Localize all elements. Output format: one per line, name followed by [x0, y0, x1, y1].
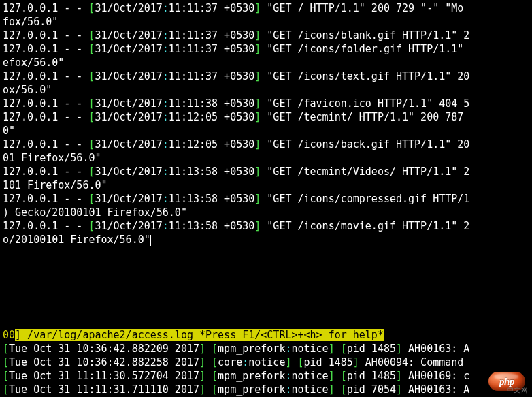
error-message: AH00094: Command [365, 356, 470, 368]
bracket-close: ] [396, 383, 408, 396]
access-time: 11:12:05 +0530 [169, 111, 254, 123]
error-module: mpm_prefork [218, 343, 285, 355]
multitail-status-bar: 00] /var/log/apache2/access.log *Press F… [3, 329, 384, 341]
bracket-close: ] [353, 356, 365, 368]
bracket-open: [ [341, 383, 347, 396]
access-date: 31/Oct/2017 [95, 43, 162, 55]
access-request: "GET /tecmint/ HTTP/1.1" 200 787 [261, 111, 463, 123]
access-wrap: ox/56.0" [3, 84, 52, 96]
bracket-open: [ [341, 370, 347, 382]
error-message: AH00163: A [408, 383, 469, 396]
bracket-close: ] [254, 111, 261, 123]
access-date: 31/Oct/2017 [95, 193, 162, 205]
access-wrap: efox/56.0" [3, 57, 64, 69]
access-date: 31/Oct/2017 [95, 220, 162, 232]
colon-sep: : [163, 70, 169, 82]
colon-sep: : [163, 138, 169, 150]
error-level: notice [291, 370, 328, 382]
access-request: "GET /icons/movie.gif HTTP/1.1" 2 [261, 220, 469, 232]
bracket-close: ] [329, 383, 341, 396]
bracket-open: [ [212, 356, 218, 368]
bracket-open: [ [3, 383, 9, 396]
error-message: AH00163: A [408, 343, 469, 355]
status-hint: *Press F1/<CTRL>+<h> for help* [199, 329, 384, 341]
colon-sep: : [163, 111, 169, 123]
colon-sep: : [242, 356, 248, 368]
error-module: mpm_prefork [218, 383, 285, 396]
error-pid: pid 1485 [304, 356, 353, 368]
status-index: 00 [3, 329, 15, 341]
access-date: 31/Oct/2017 [95, 70, 162, 82]
access-request: "GET /icons/blank.gif HTTP/1.1" 2 [261, 29, 469, 42]
access-date: 31/Oct/2017 [95, 29, 162, 42]
error-level: notice [248, 356, 285, 368]
error-module: mpm_prefork [218, 370, 285, 382]
access-host: 127.0.0.1 - - [3, 2, 88, 14]
bracket-open: [ [298, 356, 304, 368]
colon-sep: : [163, 193, 169, 205]
access-time: 11:13:58 +0530 [169, 220, 254, 232]
access-date: 31/Oct/2017 [95, 2, 162, 14]
colon-sep: : [163, 29, 169, 42]
access-time: 11:11:37 +0530 [169, 2, 254, 14]
text-cursor [150, 235, 151, 246]
access-time: 11:11:38 +0530 [169, 97, 254, 110]
error-level: notice [291, 383, 328, 396]
bracket-close: ] [329, 343, 341, 355]
bracket-open: [ [3, 370, 9, 382]
bracket-open: [ [212, 370, 218, 382]
colon-sep: : [163, 97, 169, 110]
bracket-close: ] [254, 43, 261, 55]
colon-sep: : [163, 2, 169, 14]
bracket-close: ] [396, 343, 408, 355]
access-request: "GET /icons/back.gif HTTP/1.1" 20 [261, 138, 469, 150]
colon-sep: : [163, 165, 169, 178]
access-wrap: fox/56.0" [3, 16, 58, 28]
access-request: "GET /icons/folder.gif HTTP/1.1" [261, 43, 463, 55]
bracket-close: ] [199, 370, 212, 382]
access-date: 31/Oct/2017 [95, 97, 162, 110]
bracket-close: ] [396, 370, 408, 382]
access-host: 127.0.0.1 - - [3, 29, 88, 42]
bracket-close: ] [254, 2, 261, 14]
colon-sep: : [163, 43, 169, 55]
access-time: 11:13:58 +0530 [169, 193, 254, 205]
terminal-output[interactable]: 127.0.0.1 - - [31/Oct/2017:11:11:37 +053… [0, 0, 532, 397]
access-request: "GET /favicon.ico HTTP/1.1" 404 5 [261, 97, 469, 110]
error-timestamp: Tue Oct 31 11:11:30.572704 2017 [9, 370, 199, 382]
error-message: AH00169: c [408, 370, 469, 382]
access-host: 127.0.0.1 - - [3, 111, 88, 123]
bracket-close: ] [254, 165, 261, 178]
access-wrap: o/20100101 Firefox/56.0" [3, 234, 150, 246]
access-host: 127.0.0.1 - - [3, 220, 88, 232]
access-host: 127.0.0.1 - - [3, 193, 88, 205]
error-pid: pid 1485 [347, 370, 396, 382]
error-timestamp: Tue Oct 31 10:36:42.882209 2017 [9, 343, 199, 355]
access-wrap: 101 Firefox/56.0" [3, 179, 107, 191]
error-timestamp: Tue Oct 31 10:36:42.882258 2017 [9, 356, 199, 368]
bracket-close: ] [199, 343, 212, 355]
bracket-close: ] [254, 70, 261, 82]
access-date: 31/Oct/2017 [95, 138, 162, 150]
access-wrap: 0" [3, 125, 15, 137]
error-timestamp: Tue Oct 31 11:11:31.711110 2017 [9, 383, 199, 396]
error-level: notice [291, 343, 328, 355]
bracket-open: [ [212, 343, 218, 355]
access-wrap: 01 Firefox/56.0" [3, 152, 101, 164]
access-request: "GET / HTTP/1.1" 200 729 "-" "Mo [261, 2, 463, 14]
colon-sep: : [163, 220, 169, 232]
error-pid: pid 7054 [347, 383, 396, 396]
bracket-close: ] [254, 220, 261, 232]
access-host: 127.0.0.1 - - [3, 165, 88, 178]
bracket-close: ] [329, 370, 341, 382]
access-time: 11:12:05 +0530 [169, 138, 254, 150]
bracket-open: [ [212, 383, 218, 396]
bracket-open: [ [3, 356, 9, 368]
bracket-close: ] [254, 138, 261, 150]
access-time: 11:11:37 +0530 [169, 70, 254, 82]
access-date: 31/Oct/2017 [95, 111, 162, 123]
access-time: 11:13:58 +0530 [169, 165, 254, 178]
bracket-open: [ [3, 343, 9, 355]
error-pid: pid 1485 [347, 343, 396, 355]
bracket-close: ] [254, 97, 261, 110]
